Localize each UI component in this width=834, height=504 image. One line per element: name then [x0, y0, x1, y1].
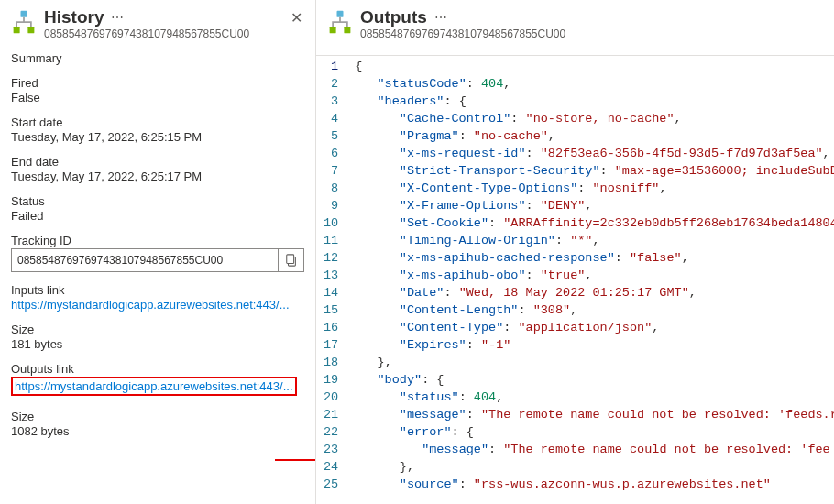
line-number-gutter: 1234567891011121314151617181920212223242…: [316, 56, 347, 504]
svg-rect-0: [21, 11, 27, 17]
logic-app-icon: [327, 9, 353, 35]
outputs-link-label: Outputs link: [11, 362, 304, 376]
inputs-size-label: Size: [11, 323, 304, 336]
start-date-label: Start date: [11, 115, 304, 129]
inputs-link[interactable]: https://mystandardlogicapp.azurewebsites…: [11, 298, 304, 312]
history-subtitle: 08585487697697438107948567855CU00: [44, 27, 304, 40]
svg-rect-9: [344, 27, 350, 33]
code-editor[interactable]: 1234567891011121314151617181920212223242…: [316, 55, 834, 504]
outputs-subtitle: 08585487697697438107948567855CU00: [360, 27, 823, 40]
svg-rect-4: [286, 255, 293, 264]
logic-app-icon: [11, 9, 37, 35]
status-value: Failed: [11, 209, 304, 223]
svg-rect-7: [337, 11, 344, 17]
svg-rect-1: [14, 27, 20, 33]
history-title: History: [44, 7, 104, 27]
outputs-size-value: 1082 bytes: [11, 424, 304, 438]
svg-rect-8: [330, 27, 336, 33]
code-content[interactable]: { "statusCode": 404, "headers": { "Cache…: [347, 56, 834, 504]
tracking-id-label: Tracking ID: [11, 234, 304, 247]
outputs-more-icon[interactable]: ⋯: [433, 10, 450, 25]
fired-label: Fired: [11, 76, 304, 90]
svg-rect-2: [27, 27, 34, 33]
copy-icon[interactable]: [278, 249, 303, 271]
fired-value: False: [11, 91, 304, 104]
close-icon[interactable]: ✕: [287, 7, 306, 28]
inputs-link-label: Inputs link: [11, 283, 304, 297]
status-label: Status: [11, 194, 304, 208]
inputs-size-value: 181 bytes: [11, 337, 304, 351]
outputs-size-label: Size: [11, 410, 304, 423]
end-date-label: End date: [11, 155, 304, 169]
history-panel: ✕ History ⋯ 0858548769769743810794856785…: [0, 0, 316, 504]
start-date-value: Tuesday, May 17, 2022, 6:25:15 PM: [11, 130, 304, 144]
annotation-arrow-icon: [275, 454, 316, 466]
tracking-id-value[interactable]: 08585487697697438107948567855CU00: [12, 254, 278, 267]
outputs-panel: Outputs ⋯ 08585487697697438107948567855C…: [316, 0, 834, 504]
history-more-icon[interactable]: ⋯: [109, 10, 126, 25]
tracking-id-box: 08585487697697438107948567855CU00: [11, 248, 304, 272]
outputs-link[interactable]: https://mystandardlogicapp.azurewebsites…: [11, 377, 297, 396]
summary-heading: Summary: [11, 51, 304, 65]
end-date-value: Tuesday, May 17, 2022, 6:25:17 PM: [11, 170, 304, 183]
outputs-title: Outputs: [360, 7, 427, 27]
